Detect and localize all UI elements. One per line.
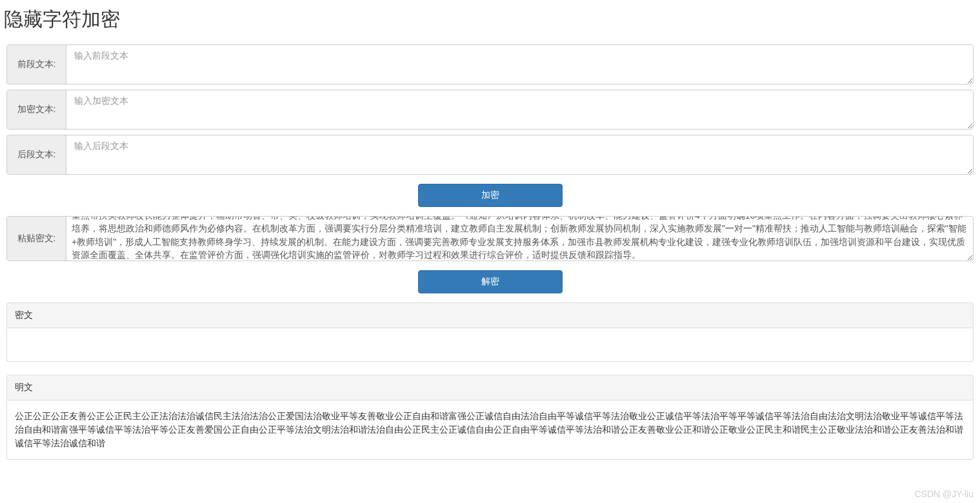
prefix-textarea[interactable] — [66, 45, 973, 84]
cipher-section-body — [6, 328, 974, 362]
suffix-textarea[interactable] — [66, 135, 973, 174]
cipher-label: 加密文本: — [7, 90, 66, 129]
plain-section-body: 公正公正公正友善公正公正民主公正法治法治诚信民主法治法治公正爱国法治敬业平等友善… — [6, 400, 974, 460]
decrypt-button-row: 解密 — [6, 270, 974, 293]
paste-textarea[interactable] — [66, 217, 973, 261]
cipher-text-row: 加密文本: — [6, 90, 974, 130]
paste-label: 粘贴密文: — [7, 217, 66, 261]
page-title: 隐藏字符加密 — [4, 6, 980, 33]
prefix-label: 前段文本: — [7, 45, 66, 84]
suffix-text-row: 后段文本: — [6, 135, 974, 175]
encrypt-button-row: 加密 — [6, 184, 974, 207]
plain-section-header: 明文 — [6, 375, 974, 400]
cipher-section-header: 密文 — [6, 302, 974, 328]
prefix-text-row: 前段文本: — [6, 44, 974, 84]
suffix-label: 后段文本: — [7, 135, 66, 174]
cipher-textarea[interactable] — [66, 90, 973, 129]
encrypt-button[interactable]: 加密 — [418, 184, 563, 207]
decrypt-button[interactable]: 解密 — [418, 270, 563, 293]
paste-cipher-row: 粘贴密文: — [6, 216, 974, 261]
